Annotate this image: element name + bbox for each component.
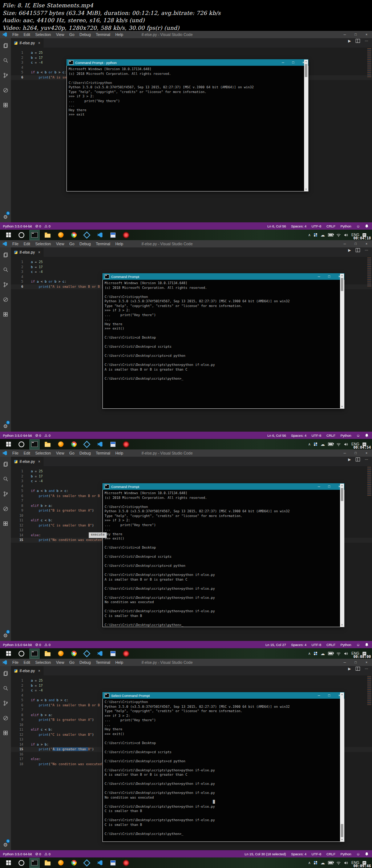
taskbar-chrome[interactable] (69, 230, 78, 240)
battery-icon[interactable] (328, 652, 333, 655)
tray-chevron-icon[interactable]: ∧ (308, 651, 311, 655)
cursor-position-status[interactable]: Ln 6, Col 56 (267, 433, 286, 437)
menu-item[interactable]: Edit (21, 32, 33, 37)
explorer-icon[interactable] (0, 38, 11, 53)
taskbar-cube-app[interactable] (82, 649, 92, 658)
taskbar-cube-app[interactable] (82, 440, 92, 449)
extensions-icon[interactable] (0, 516, 11, 531)
battery-icon[interactable] (328, 861, 333, 864)
scrollbar-thumb[interactable] (341, 824, 343, 837)
command-prompt-window[interactable]: Select Command Prompt ─ □ × C:\Users\Cri… (102, 692, 344, 842)
menu-item[interactable]: View (53, 660, 67, 665)
status-item[interactable]: Python (340, 643, 351, 647)
explorer-icon[interactable] (0, 457, 11, 472)
defender-dots-icon[interactable] (314, 233, 317, 237)
extensions-icon[interactable] (0, 307, 11, 322)
minimap[interactable] (367, 258, 371, 287)
command-prompt-window[interactable]: Command Prompt ─ □ × Microsoft Windows [… (102, 483, 344, 627)
menu-item[interactable]: Debug (77, 242, 93, 246)
scroll-up-icon[interactable]: ▲ (340, 693, 344, 696)
minimize-icon[interactable]: ─ (339, 31, 350, 38)
warnings-status[interactable]: ⚠ 0 (44, 852, 50, 856)
command-prompt-titlebar[interactable]: Command Prompt ─ □ × (102, 273, 344, 280)
taskbar-chrome[interactable] (69, 649, 78, 658)
tab-if-else-py[interactable]: if-else.py × (11, 38, 44, 48)
tab-close-icon[interactable]: × (38, 460, 40, 464)
status-item[interactable]: Spaces: 4 (291, 433, 306, 437)
menu-item[interactable]: View (53, 32, 67, 37)
cmd-scrollbar[interactable]: ▲ ▼ (340, 484, 344, 627)
scrollbar-thumb[interactable] (341, 488, 343, 501)
cmd-minimize-icon[interactable]: ─ (314, 692, 324, 699)
command-prompt-titlebar[interactable]: Command Prompt ─ □ × (102, 483, 344, 490)
speaker-icon[interactable] (344, 861, 348, 865)
cmd-minimize-icon[interactable]: ─ (278, 59, 288, 66)
start-button[interactable] (4, 858, 13, 868)
split-editor-icon[interactable] (356, 39, 360, 43)
notifications-bell-icon[interactable] (365, 852, 368, 856)
cmd-scrollbar[interactable]: ▲ ▼ (304, 60, 308, 191)
tray-chevron-icon[interactable]: ∧ (308, 861, 311, 865)
tab-if-else-py[interactable]: if-else.py × (11, 666, 44, 675)
taskbar-file-explorer[interactable] (43, 858, 52, 868)
battery-icon[interactable] (328, 443, 333, 446)
source-control-icon[interactable] (0, 277, 11, 292)
taskbar-vscode[interactable] (95, 858, 105, 868)
maximize-icon[interactable]: □ (350, 31, 361, 38)
status-item[interactable]: Python (340, 433, 351, 437)
menu-item[interactable]: Debug (77, 451, 93, 455)
errors-status[interactable]: ⊘ 0 (35, 224, 41, 228)
python-interpreter-status[interactable]: Python 3.5.0 64-bit (3, 224, 32, 228)
menu-item[interactable]: File (10, 451, 21, 455)
taskbar-firefox[interactable] (56, 230, 65, 240)
status-item[interactable]: Python (340, 224, 351, 228)
tab-if-else-py[interactable]: if-else.py × (11, 457, 44, 466)
run-icon[interactable]: ▶ (348, 667, 351, 671)
errors-status[interactable]: ⊘ 0 (35, 433, 41, 437)
status-item[interactable]: UTF-8 (311, 643, 321, 647)
tab-close-icon[interactable]: × (38, 669, 40, 673)
tab-close-icon[interactable]: × (38, 250, 40, 254)
menu-item[interactable]: Go (67, 242, 77, 246)
scroll-up-icon[interactable]: ▲ (304, 60, 308, 63)
cmd-terminal-output[interactable]: Microsoft Windows [Version 10.0.17134.64… (102, 280, 344, 409)
wifi-icon[interactable] (336, 652, 341, 655)
taskbar-vscode[interactable] (95, 649, 105, 658)
suggestion-popup[interactable]: execute (89, 532, 107, 538)
search-icon[interactable] (0, 472, 11, 487)
menu-item[interactable]: Edit (21, 242, 33, 246)
wifi-icon[interactable] (336, 443, 341, 446)
menu-item[interactable]: Edit (21, 451, 33, 455)
cmd-scrollbar[interactable]: ▲ ▼ (340, 274, 344, 408)
status-item[interactable]: CRLF (326, 433, 335, 437)
debug-icon[interactable] (0, 501, 11, 516)
defender-dots-icon[interactable] (314, 652, 317, 655)
status-item[interactable]: Spaces: 4 (291, 643, 306, 647)
menu-item[interactable]: File (10, 242, 21, 246)
cortana-button[interactable] (17, 230, 26, 240)
scrollbar-thumb[interactable] (341, 278, 343, 291)
python-interpreter-status[interactable]: Python 3.5.0 64-bit (3, 643, 32, 647)
menu-item[interactable]: Debug (77, 660, 93, 665)
taskbar-file-explorer[interactable] (43, 230, 52, 240)
maximize-icon[interactable]: □ (350, 449, 361, 457)
scrollbar-thumb[interactable] (305, 64, 307, 77)
tab-if-else-py[interactable]: if-else.py × (11, 247, 44, 257)
cursor-position-status[interactable]: Ln 15, Col 27 (266, 643, 286, 647)
search-icon[interactable] (0, 262, 11, 277)
menu-item[interactable]: View (53, 451, 67, 455)
taskbar-cube-app[interactable] (82, 858, 92, 868)
start-button[interactable] (4, 230, 13, 240)
warnings-status[interactable]: ⚠ 0 (44, 643, 50, 647)
notifications-bell-icon[interactable] (365, 643, 368, 646)
taskbar-command-prompt[interactable] (30, 230, 39, 240)
status-item[interactable]: Spaces: 4 (291, 224, 306, 228)
status-item[interactable]: UTF-8 (311, 433, 321, 437)
minimize-icon[interactable]: ─ (339, 240, 350, 247)
feedback-smiley-icon[interactable]: ☺ (356, 643, 360, 647)
notifications-bell-icon[interactable] (365, 224, 368, 228)
minimize-icon[interactable]: ─ (339, 449, 350, 457)
status-item[interactable]: Python (340, 852, 351, 856)
taskbar-recorder[interactable] (121, 440, 131, 449)
minimize-icon[interactable]: ─ (339, 659, 350, 666)
